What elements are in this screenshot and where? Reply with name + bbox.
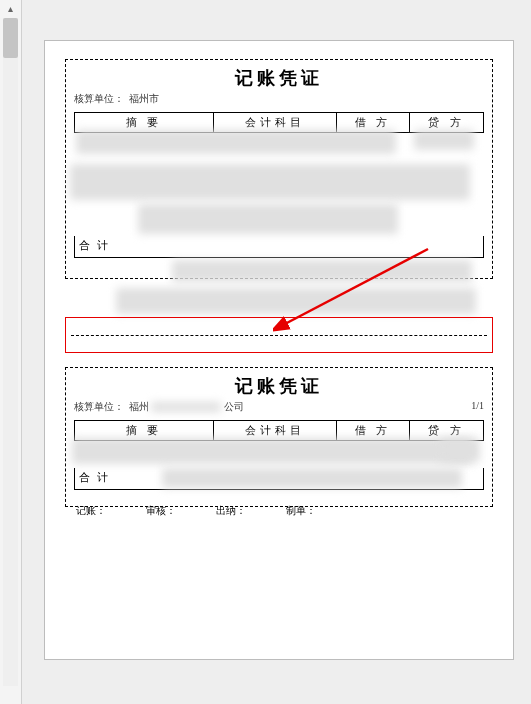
page-separator-region xyxy=(65,297,493,367)
redacted-block xyxy=(70,164,470,200)
footer-preparer: 制单： xyxy=(286,504,316,518)
redacted-block xyxy=(172,260,472,282)
redacted-block xyxy=(138,204,398,234)
redacted-block xyxy=(162,468,462,488)
scrollbar-track[interactable] xyxy=(3,18,18,686)
scrollbar-thumb[interactable] xyxy=(3,18,18,58)
org-value: 福州 xyxy=(129,400,149,414)
voucher-subheader: 核算单位： 福州市 xyxy=(74,92,484,106)
org-value: 福州市 xyxy=(129,92,159,106)
voucher-title: 记账凭证 xyxy=(74,374,484,398)
total-row: 合 计 xyxy=(74,236,484,258)
redacted-block xyxy=(414,130,474,150)
voucher-page-number: 1/1 xyxy=(471,400,484,411)
separator-dashed-line xyxy=(71,335,487,336)
org-label: 核算单位： xyxy=(74,400,124,414)
scroll-up-button[interactable]: ▴ xyxy=(0,0,21,18)
print-preview-page: 记账凭证 核算单位： 福州市 摘 要 会计科目 借 方 贷 方 合 计 xyxy=(44,40,514,660)
vertical-scrollbar[interactable]: ▴ xyxy=(0,0,22,704)
voucher-subheader: 核算单位： 福州 公司 1/1 xyxy=(74,400,484,414)
redacted-block xyxy=(440,438,480,462)
redacted-inline xyxy=(151,402,221,412)
footer-recorder: 记账： xyxy=(76,504,106,518)
org-label: 核算单位： xyxy=(74,92,124,106)
voucher-title: 记账凭证 xyxy=(74,66,484,90)
voucher-1: 记账凭证 核算单位： 福州市 摘 要 会计科目 借 方 贷 方 合 计 xyxy=(65,59,493,279)
footer-cashier: 出纳： xyxy=(216,504,246,518)
redacted-block xyxy=(72,438,472,464)
redacted-block xyxy=(76,130,396,154)
voucher-footer: 记账： 审核： 出纳： 制单： xyxy=(76,504,482,518)
voucher-2: 记账凭证 核算单位： 福州 公司 1/1 摘 要 会计科目 借 方 贷 方 合 … xyxy=(65,367,493,507)
org-suffix: 公司 xyxy=(224,400,244,414)
footer-auditor: 审核： xyxy=(146,504,176,518)
